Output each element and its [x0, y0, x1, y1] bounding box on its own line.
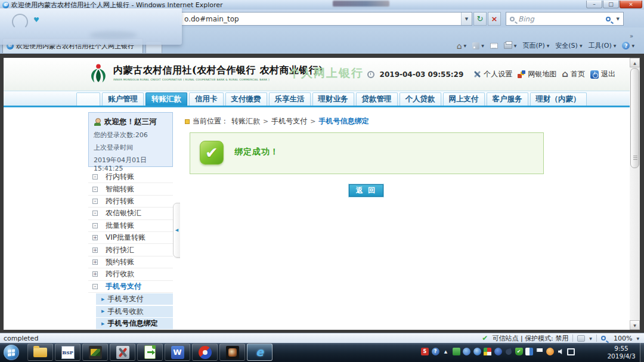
chevron-down-icon[interactable]: ▼ — [636, 336, 639, 341]
collapse-icon[interactable]: - — [92, 211, 98, 216]
sidebar-item-inter-bank-collection[interactable]: +跨行收款 — [88, 268, 173, 280]
taskbar-repair-tool-button[interactable] — [110, 344, 135, 361]
breadcrumb-transfer-remittance[interactable]: 转账汇款 — [231, 116, 260, 126]
sidebar-item-mobile-payment[interactable]: -手机号支付 — [88, 281, 173, 293]
expand-icon[interactable]: + — [92, 271, 98, 277]
tray-help-app-icon[interactable]: ? — [432, 348, 439, 355]
taskbar-clock[interactable]: 9:55 2019/4/3 — [605, 345, 638, 360]
tray-globe-icon[interactable] — [473, 348, 481, 355]
search-dropdown-icon[interactable]: ▼ — [617, 17, 620, 21]
trusted-check-icon: ✔ — [482, 334, 488, 342]
taskbar-safe-app-button[interactable] — [82, 344, 108, 361]
expand-icon[interactable]: + — [92, 247, 98, 253]
more-toolbar-chevron[interactable]: » — [630, 33, 633, 39]
blur-smudge — [89, 31, 137, 39]
tray-bird-app-icon[interactable] — [504, 348, 512, 355]
stop-button[interactable]: × — [488, 12, 501, 26]
sidebar-item-intra-bank-transfer[interactable]: -行内转账 — [88, 171, 173, 183]
print-menu-button[interactable]: ▼ — [503, 41, 518, 50]
sidebar-subitem-mobile-payment[interactable]: ▶手机号支付 — [96, 293, 173, 305]
safety-menu-button[interactable]: 安全(S)▼ — [554, 40, 583, 51]
sidebar-item-batch-transfer[interactable]: -批量转账 — [88, 220, 173, 232]
collapse-icon[interactable]: - — [92, 187, 98, 192]
sidebar-item-rural-credit-express[interactable]: -农信银快汇 — [88, 208, 173, 219]
taskbar-word-button[interactable]: W — [165, 344, 190, 361]
taskbar-sync-app-button[interactable] — [192, 344, 218, 361]
tab-personal-loan[interactable]: 个人贷款 — [400, 92, 441, 106]
breadcrumb-mobile-payment[interactable]: 手机号支付 — [271, 116, 307, 126]
tab-transfer-remittance[interactable]: 转账汇款 — [145, 92, 187, 106]
taskbar-ie-button[interactable]: e — [247, 344, 273, 361]
page-scrollbar[interactable]: ▲ ▼ — [630, 58, 640, 330]
search-input[interactable]: Bing ▼ — [506, 12, 624, 26]
tray-wave-app-icon[interactable] — [463, 348, 470, 355]
tab-payment[interactable]: 支付缴费 — [225, 92, 267, 106]
close-button[interactable]: × — [620, 1, 642, 8]
scroll-down-icon[interactable]: ▼ — [630, 320, 640, 330]
tray-action-center-flag-icon[interactable] — [536, 348, 544, 355]
tab-customer-service[interactable]: 客户服务 — [487, 92, 528, 106]
taskbar-bsp-button[interactable]: BSP — [55, 344, 80, 361]
sidebar-subitem-mobile-collection[interactable]: ▶手机号收款 — [96, 306, 173, 317]
minimize-button[interactable]: – — [586, 1, 602, 8]
tray-half-app-icon[interactable] — [525, 348, 533, 355]
tab-credit-card[interactable]: 信用卡 — [189, 92, 224, 106]
tab-account-management[interactable]: 账户管理 — [102, 92, 144, 106]
address-bar[interactable]: o.do#main_top ▼ — [179, 12, 472, 26]
help-menu-button[interactable]: ?▼ — [621, 41, 636, 51]
tools-menu-button[interactable]: 工具(O)▼ — [587, 40, 618, 51]
tray-volume-icon[interactable] — [557, 348, 565, 355]
scroll-up-icon[interactable]: ▲ — [630, 58, 640, 67]
show-desktop-button[interactable] — [640, 343, 644, 362]
taskbar-explorer-button[interactable] — [27, 344, 53, 361]
maximize-button[interactable]: □ — [603, 1, 619, 8]
personal-settings-link[interactable]: 个人设置 — [473, 69, 512, 79]
tray-green-app-icon[interactable] — [453, 348, 460, 355]
bank-map-link[interactable]: 网银地图 — [518, 69, 556, 79]
homepage-link[interactable]: ⌂首页 — [562, 69, 585, 79]
tray-s-app-icon[interactable]: S — [421, 348, 429, 355]
sidebar-item-vip-batch-transfer[interactable]: +VIP批量转账 — [88, 232, 173, 244]
expand-icon[interactable]: + — [92, 235, 98, 240]
sidebar-subitem-mobile-info-binding[interactable]: ▶手机号信息绑定 — [96, 318, 173, 329]
home-menu-button[interactable]: ⌂▼ — [456, 41, 468, 51]
sidebar-item-smart-transfer[interactable]: -智能转账 — [88, 183, 173, 195]
sidebar-item-inter-bank-express[interactable]: +跨行快汇 — [88, 244, 173, 256]
tray-security-shield-icon[interactable]: ✔ — [515, 348, 523, 355]
tab-wealth-neimeng[interactable]: 理财（内蒙） — [530, 92, 587, 106]
collapse-icon[interactable]: - — [92, 223, 98, 228]
expand-icon[interactable]: + — [92, 259, 98, 265]
tray-orange-app-icon[interactable] — [546, 348, 554, 355]
start-button[interactable] — [4, 345, 19, 360]
taskbar-converter-button[interactable] — [137, 344, 163, 361]
collapse-icon[interactable]: - — [92, 199, 98, 204]
collapse-icon[interactable]: - — [92, 174, 98, 180]
taskbar-media-app-button[interactable] — [219, 344, 245, 361]
sync-app-icon — [199, 346, 212, 359]
tab-loan-management[interactable]: 贷款管理 — [356, 92, 398, 106]
tab-online-payment[interactable]: 网上支付 — [443, 92, 485, 106]
zoom-level[interactable]: 100% — [614, 335, 632, 342]
tab-wealth-business[interactable]: 理财业务 — [312, 92, 354, 106]
tray-show-hidden-icon[interactable]: ▲ — [442, 348, 450, 355]
return-button[interactable]: 返 回 — [349, 184, 383, 197]
search-go-icon[interactable] — [606, 17, 611, 21]
read-mail-button[interactable] — [489, 42, 499, 50]
zoom-icon[interactable] — [601, 336, 606, 341]
chevron-down-icon[interactable]: ▼ — [589, 336, 592, 341]
tray-network-icon[interactable] — [567, 348, 575, 355]
refresh-button[interactable]: ↻ — [473, 12, 487, 26]
media-app-icon — [226, 346, 239, 359]
tray-grid-app-icon[interactable] — [484, 348, 491, 355]
tray-blue-app-icon[interactable] — [494, 348, 502, 355]
feeds-menu-button[interactable]: ▼ — [471, 41, 485, 51]
logout-link[interactable]: 退出 — [590, 69, 615, 79]
tab-life-services[interactable]: 乐享生活 — [269, 92, 311, 106]
protected-mode-icon[interactable] — [577, 335, 585, 342]
address-dropdown-icon[interactable]: ▼ — [461, 13, 472, 25]
sidebar-item-scheduled-transfer[interactable]: +预约转账 — [88, 256, 173, 268]
page-menu-button[interactable]: 页面(P)▼ — [521, 40, 550, 51]
sidebar-item-inter-bank-transfer[interactable]: -跨行转账 — [88, 196, 173, 208]
collapse-icon[interactable]: - — [92, 284, 98, 289]
scrollbar-thumb[interactable] — [630, 68, 639, 168]
